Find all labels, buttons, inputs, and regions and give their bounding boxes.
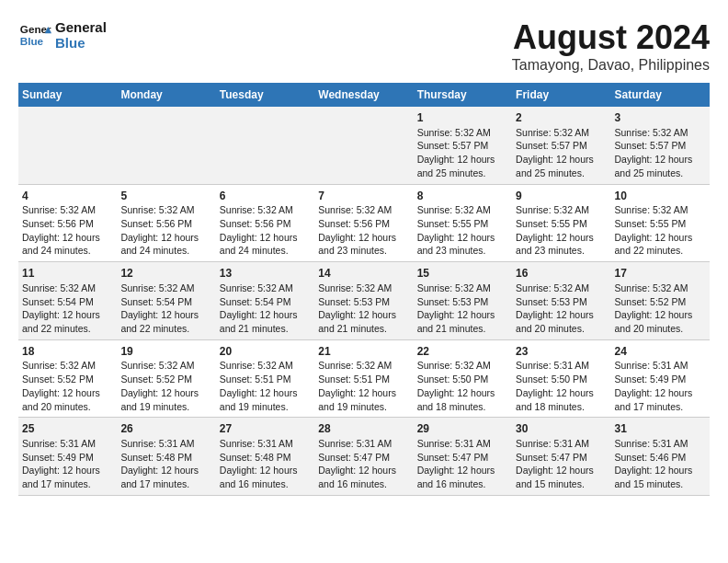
logo-text: General Blue [55,19,107,51]
day-detail: Sunrise: 5:32 AM [318,203,409,217]
day-detail: Sunset: 5:57 PM [516,139,607,153]
day-detail: and 25 minutes. [516,167,607,180]
calendar-week-5: 25Sunrise: 5:31 AMSunset: 5:49 PMDayligh… [18,418,710,496]
calendar-cell: 14Sunrise: 5:32 AMSunset: 5:53 PMDayligh… [314,262,413,340]
day-detail: and 17 minutes. [120,477,211,491]
day-number: 25 [22,421,113,437]
calendar-week-4: 18Sunrise: 5:32 AMSunset: 5:52 PMDayligh… [18,339,710,418]
day-detail: Sunset: 5:47 PM [417,451,508,465]
day-detail: and 25 minutes. [615,167,706,180]
day-detail: Daylight: 12 hours [318,386,409,400]
day-number: 27 [220,421,311,437]
calendar-cell: 19Sunrise: 5:32 AMSunset: 5:52 PMDayligh… [117,339,215,418]
calendar-cell: 20Sunrise: 5:32 AMSunset: 5:51 PMDayligh… [216,339,314,418]
calendar-cell: 23Sunrise: 5:31 AMSunset: 5:50 PMDayligh… [512,339,610,418]
day-detail: and 15 minutes. [615,477,706,491]
day-detail: Daylight: 12 hours [318,464,409,477]
day-number: 22 [417,344,508,360]
day-detail: Sunrise: 5:32 AM [615,282,706,295]
day-detail: Daylight: 12 hours [615,153,706,167]
day-detail: Daylight: 12 hours [615,386,706,400]
calendar-cell: 29Sunrise: 5:31 AMSunset: 5:47 PMDayligh… [414,418,512,496]
day-number: 12 [120,266,211,282]
day-detail: Daylight: 12 hours [417,386,508,400]
calendar-cell [18,107,117,184]
day-detail: Sunset: 5:52 PM [615,295,706,309]
day-detail: Sunset: 5:50 PM [516,373,607,386]
calendar-week-3: 11Sunrise: 5:32 AMSunset: 5:54 PMDayligh… [18,262,710,340]
day-detail: Daylight: 12 hours [516,231,607,245]
day-detail: Sunrise: 5:31 AM [417,437,508,451]
day-number: 9 [516,189,607,204]
day-detail: and 22 minutes. [22,322,113,336]
calendar-cell: 21Sunrise: 5:32 AMSunset: 5:51 PMDayligh… [314,339,413,418]
logo: General Blue General Blue [18,18,107,52]
calendar-cell: 15Sunrise: 5:32 AMSunset: 5:53 PMDayligh… [414,262,512,340]
calendar-week-1: 1Sunrise: 5:32 AMSunset: 5:57 PMDaylight… [18,107,710,184]
calendar-cell: 2Sunrise: 5:32 AMSunset: 5:57 PMDaylight… [512,107,610,184]
day-detail: Sunrise: 5:31 AM [615,359,706,373]
day-number: 3 [615,110,706,126]
day-detail: Daylight: 12 hours [120,464,211,477]
calendar-cell: 12Sunrise: 5:32 AMSunset: 5:54 PMDayligh… [117,262,215,340]
page-header: General Blue General Blue August 2024 Ta… [18,18,710,74]
calendar-cell [216,107,314,184]
calendar-cell: 27Sunrise: 5:31 AMSunset: 5:48 PMDayligh… [216,418,314,496]
day-detail: Sunrise: 5:32 AM [516,126,607,140]
day-number: 18 [22,344,113,360]
day-detail: Sunset: 5:51 PM [220,373,311,386]
day-detail: Sunrise: 5:31 AM [516,437,607,451]
day-number: 26 [120,421,211,437]
day-detail: Daylight: 12 hours [417,308,508,322]
day-detail: and 19 minutes. [120,400,211,414]
main-title: August 2024 [512,18,710,57]
day-number: 1 [417,110,508,126]
day-detail: Sunset: 5:47 PM [318,451,409,465]
day-detail: Sunset: 5:57 PM [615,139,706,153]
day-detail: Sunset: 5:55 PM [615,217,706,231]
day-detail: and 24 minutes. [220,244,311,258]
calendar-cell: 5Sunrise: 5:32 AMSunset: 5:56 PMDaylight… [117,184,215,262]
day-detail: Sunset: 5:49 PM [615,373,706,386]
calendar-table: SundayMondayTuesdayWednesdayThursdayFrid… [18,83,710,496]
day-detail: Daylight: 12 hours [318,308,409,322]
day-detail: Sunrise: 5:32 AM [516,282,607,295]
day-detail: Sunset: 5:54 PM [22,295,113,309]
day-detail: Daylight: 12 hours [120,386,211,400]
calendar-cell: 11Sunrise: 5:32 AMSunset: 5:54 PMDayligh… [18,262,117,340]
day-detail: and 20 minutes. [615,322,706,336]
day-number: 4 [22,189,113,204]
day-detail: and 17 minutes. [22,477,113,491]
day-detail: Sunrise: 5:32 AM [120,359,211,373]
day-detail: Sunrise: 5:32 AM [120,203,211,217]
day-number: 10 [615,189,706,204]
day-detail: Sunrise: 5:32 AM [318,282,409,295]
day-detail: and 25 minutes. [417,167,508,180]
day-detail: Daylight: 12 hours [22,464,113,477]
day-number: 24 [615,344,706,360]
day-detail: and 22 minutes. [120,322,211,336]
day-detail: and 20 minutes. [516,322,607,336]
day-detail: Sunset: 5:55 PM [516,217,607,231]
day-header-tuesday: Tuesday [216,83,314,107]
day-detail: Daylight: 12 hours [516,153,607,167]
day-detail: Sunset: 5:54 PM [220,295,311,309]
day-header-monday: Monday [117,83,215,107]
day-detail: Sunrise: 5:32 AM [615,126,706,140]
subtitle: Tamayong, Davao, Philippines [512,57,710,74]
day-number: 5 [120,189,211,204]
day-number: 20 [220,344,311,360]
day-number: 14 [318,266,409,282]
day-detail: Sunrise: 5:31 AM [22,437,113,451]
day-detail: Daylight: 12 hours [516,386,607,400]
svg-text:General: General [20,23,51,35]
day-detail: Sunrise: 5:32 AM [220,203,311,217]
day-number: 19 [120,344,211,360]
day-detail: Sunrise: 5:32 AM [318,359,409,373]
day-detail: Daylight: 12 hours [318,231,409,245]
day-detail: and 15 minutes. [516,477,607,491]
day-detail: Daylight: 12 hours [417,153,508,167]
day-detail: and 17 minutes. [615,400,706,414]
day-detail: Sunset: 5:56 PM [220,217,311,231]
day-number: 31 [615,421,706,437]
